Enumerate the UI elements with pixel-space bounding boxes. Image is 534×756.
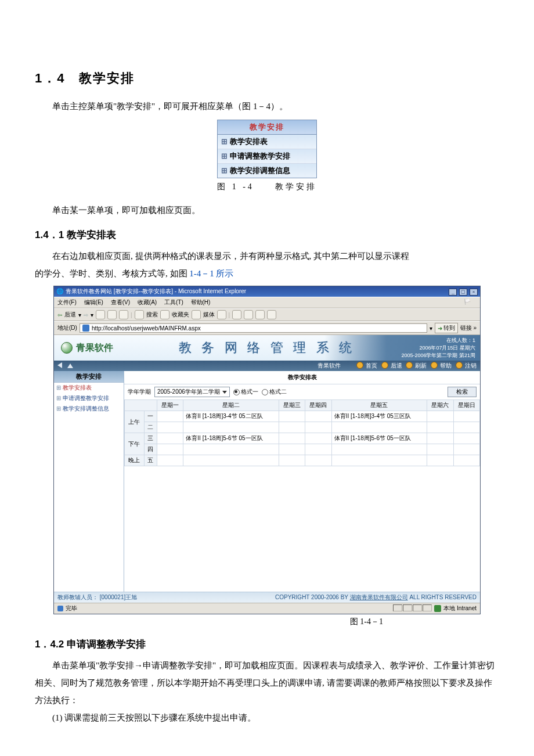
menu-item[interactable]: 教学安排调整信息 bbox=[218, 163, 316, 178]
nav-logout[interactable]: 注销 bbox=[465, 362, 477, 369]
address-url: http://localhost/userjwweb/MAINFRM.aspx bbox=[92, 325, 201, 332]
toolbar-label: 收藏夹 bbox=[172, 311, 189, 319]
nav-collapse-left-icon[interactable] bbox=[57, 362, 62, 368]
sidebar: 教学安排 教学安排表 申请调整教学安排 教学安排调整信息 bbox=[54, 371, 124, 592]
copyright-link[interactable]: 湖南青果软件有限公司 bbox=[350, 594, 408, 600]
chevron-down-icon[interactable] bbox=[222, 391, 227, 394]
edit-icon[interactable] bbox=[255, 310, 265, 319]
back-icon[interactable] bbox=[381, 362, 388, 369]
format1-radio[interactable]: 格式一 bbox=[233, 388, 258, 396]
back-icon[interactable]: ⇦ bbox=[57, 312, 62, 318]
refresh-icon[interactable] bbox=[406, 362, 413, 369]
toolbar-label: 搜索 bbox=[146, 311, 158, 319]
day-header: 星期二 bbox=[183, 400, 279, 411]
section-heading-1-4: 1．4 教学安排 bbox=[35, 70, 499, 87]
search-button[interactable]: 检索 bbox=[448, 387, 477, 397]
stop-icon[interactable] bbox=[96, 310, 105, 319]
media-icon[interactable] bbox=[192, 310, 201, 319]
menu-view[interactable]: 查看(V) bbox=[111, 299, 130, 305]
window-titlebar: 🌐青果软件教务网站 [教学安排--教学安排表] - Microsoft Inte… bbox=[54, 286, 480, 297]
menu-edit[interactable]: 编辑(E) bbox=[84, 299, 103, 305]
app-header: 青果软件 教 务 网 络 管 理 系 统 在线人数：1 2006年07月15日 … bbox=[54, 335, 480, 361]
paragraph: 单击主控菜单项"教学安排"，即可展开相应菜单（图 1－4）。 bbox=[35, 98, 499, 115]
table-row: 四 bbox=[125, 444, 480, 455]
browser-menubar[interactable]: 文件(F) 编辑(E) 查看(V) 收藏(A) 工具(T) 帮助(H) 🏳️ bbox=[54, 297, 480, 308]
dropdown-icon[interactable]: ▾ bbox=[91, 312, 93, 318]
paragraph: (1) 调课需提前三天按照以下步骤在系统中提出申请。 bbox=[35, 709, 499, 726]
sidebar-item-request-adjust[interactable]: 申请调整教学安排 bbox=[54, 393, 124, 404]
refresh-icon[interactable] bbox=[107, 310, 117, 319]
figure-ref-link[interactable]: 1-4－1 所示 bbox=[189, 269, 233, 278]
year-select[interactable]: 2005-2006学年第二学期 bbox=[154, 387, 230, 397]
close-icon[interactable]: × bbox=[470, 289, 478, 296]
minimize-icon[interactable]: _ bbox=[449, 289, 457, 296]
period-2: 二 bbox=[144, 422, 157, 433]
menu-figure: 教学安排 教学安排表 申请调整教学安排 教学安排调整信息 bbox=[217, 120, 317, 178]
nav-refresh[interactable]: 刷新 bbox=[415, 362, 427, 369]
format2-radio[interactable]: 格式二 bbox=[262, 388, 287, 396]
app-logo-text: 青果软件 bbox=[76, 342, 113, 354]
address-label: 地址(D) bbox=[57, 324, 77, 332]
logout-icon[interactable] bbox=[456, 362, 463, 369]
home-icon[interactable] bbox=[356, 362, 363, 369]
menu-item[interactable]: 申请调整教学安排 bbox=[218, 149, 316, 163]
dropdown-icon[interactable]: ▾ bbox=[430, 325, 432, 332]
day-header: 星期三 bbox=[279, 400, 305, 411]
menu-tools[interactable]: 工具(T) bbox=[164, 299, 183, 305]
mail-icon[interactable] bbox=[232, 310, 241, 319]
help-icon[interactable] bbox=[431, 362, 438, 369]
address-bar[interactable]: 地址(D) http://localhost/userjwweb/MAINFRM… bbox=[54, 321, 480, 335]
window-buttons[interactable]: _ ▢ × bbox=[448, 288, 478, 296]
menu-item[interactable]: 教学安排表 bbox=[218, 135, 316, 149]
sidebar-item-adjust-info[interactable]: 教学安排调整信息 bbox=[54, 404, 124, 414]
app-status: 在线人数：1 2006年07月15日 星期六 2005-2006学年第二学期 第… bbox=[324, 335, 480, 361]
menu-file[interactable]: 文件(F) bbox=[57, 299, 77, 305]
forward-icon[interactable]: ⇨ bbox=[84, 312, 88, 318]
day-header: 星期日 bbox=[453, 400, 479, 411]
footer-user: [0000021]王旭 bbox=[100, 594, 138, 600]
content-area: 教学安排表 学年学期 2005-2006学年第二学期 格式一 格式二 检索 bbox=[124, 371, 480, 592]
nav-collapse-up-icon[interactable] bbox=[67, 363, 73, 368]
table-row: 上午 一 体育II [1-18周]3-4节 05二区队 体育II [1-18周]… bbox=[125, 411, 480, 422]
sidebar-item-schedule[interactable]: 教学安排表 bbox=[54, 383, 124, 393]
app-body: 教学安排 教学安排表 申请调整教学安排 教学安排调整信息 教学安排表 学年学期 … bbox=[54, 371, 480, 592]
period-4: 四 bbox=[144, 444, 157, 455]
paragraph: 单击某一菜单项，即可加载相应页面。 bbox=[35, 201, 499, 219]
maximize-icon[interactable]: ▢ bbox=[459, 289, 467, 296]
paragraph: 的学分、学时、类别、考核方式等, 如图 1-4－1 所示 bbox=[35, 265, 499, 282]
day-header: 星期四 bbox=[305, 400, 331, 411]
address-input[interactable]: http://localhost/userjwweb/MAINFRM.aspx bbox=[80, 323, 427, 333]
browser-toolbar[interactable]: ⇦ 后退 ▾ ⇨ ▾ | 搜索 收藏夹 媒体 | bbox=[54, 308, 480, 321]
content-toolbar: 学年学期 2005-2006学年第二学期 格式一 格式二 检索 bbox=[124, 384, 480, 399]
go-button[interactable]: ➜转到 bbox=[435, 323, 458, 333]
footer-user-label: 教师教辅人员： bbox=[57, 594, 98, 600]
menu-help[interactable]: 帮助(H) bbox=[191, 299, 211, 305]
nav-help[interactable]: 帮助 bbox=[440, 362, 452, 369]
paragraph: 单击菜单项"教学安排→申请调整教学安排"，即可加载相应页面。因课程表与成绩录入、… bbox=[35, 657, 499, 709]
table-row: 下午 三 体育II [1-18周]5-6节 05一区队 体育II [1-18周]… bbox=[125, 433, 480, 444]
day-header: 星期一 bbox=[157, 400, 183, 411]
history-icon[interactable] bbox=[217, 310, 226, 319]
discuss-icon[interactable] bbox=[267, 310, 276, 319]
links-label[interactable]: 链接 » bbox=[460, 324, 477, 332]
status-text: 完毕 bbox=[66, 604, 77, 613]
table-row: 晚上 五 bbox=[125, 455, 480, 466]
search-icon[interactable] bbox=[135, 310, 144, 319]
dropdown-icon[interactable]: ▾ bbox=[78, 312, 81, 318]
cell-tue-1: 体育II [1-18周]3-4节 05二区队 bbox=[183, 411, 279, 422]
year-label: 学年学期 bbox=[128, 388, 151, 396]
menu-fav[interactable]: 收藏(A) bbox=[138, 299, 157, 305]
cell-fri-1: 体育II [1-18周]3-4节 05三区队 bbox=[331, 411, 427, 422]
schedule-header-row: 星期一 星期二 星期三 星期四 星期五 星期六 星期日 bbox=[125, 400, 480, 411]
nav-back[interactable]: 后退 bbox=[391, 362, 402, 369]
home-icon[interactable] bbox=[119, 310, 128, 319]
back-label[interactable]: 后退 bbox=[64, 311, 76, 319]
company-name: 青果软件 bbox=[317, 362, 341, 369]
nav-home[interactable]: 首页 bbox=[366, 362, 377, 369]
current-date: 2006年07月15日 星期六 bbox=[324, 344, 475, 352]
print-icon[interactable] bbox=[244, 310, 253, 319]
cell-fri-3: 体育II [1-18周]5-6节 05一区队 bbox=[331, 433, 427, 444]
current-term: 2005-2006学年第二学期 第21周 bbox=[324, 352, 475, 359]
favorites-icon[interactable] bbox=[160, 310, 169, 319]
year-value: 2005-2006学年第二学期 bbox=[157, 388, 220, 396]
